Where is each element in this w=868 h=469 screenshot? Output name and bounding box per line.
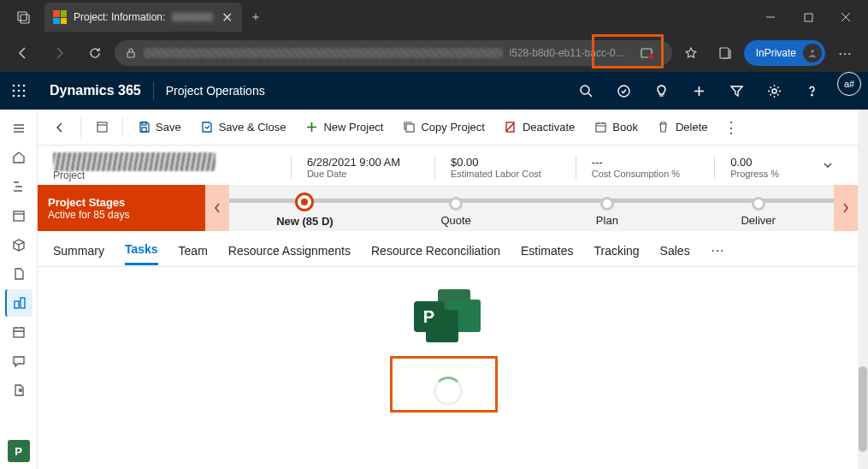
svg-point-18 xyxy=(23,95,26,98)
stat-progress: 0.00 Progress % xyxy=(714,156,794,179)
save-close-button[interactable]: Save & Close xyxy=(192,112,295,143)
tab-tracking[interactable]: Tracking xyxy=(593,237,639,264)
dynamics-actions: a# xyxy=(567,72,868,110)
brand-label[interactable]: Dynamics 365 xyxy=(38,83,153,98)
svg-rect-1 xyxy=(21,15,29,23)
bpf-stages: Project Stages Active for 85 days New (8… xyxy=(38,185,858,231)
lightbulb-button[interactable] xyxy=(642,72,680,110)
svg-point-19 xyxy=(581,86,589,94)
add-button[interactable] xyxy=(680,72,717,110)
tab-actions-icon[interactable] xyxy=(14,7,34,27)
address-bar[interactable]: l528-b8d0-eb11-bacc-0... xyxy=(115,40,672,66)
nav-back-button[interactable] xyxy=(7,38,39,68)
settings-button[interactable] xyxy=(755,72,793,110)
tasks-body-loading: P xyxy=(38,267,858,469)
tab-close-icon[interactable]: ✕ xyxy=(220,9,233,26)
tab-redacted xyxy=(172,13,213,21)
record-subtitle: Project xyxy=(53,169,272,181)
inprivate-avatar-icon xyxy=(803,44,822,62)
rail-menu-icon[interactable] xyxy=(5,115,32,142)
book-button[interactable]: Book xyxy=(585,112,647,143)
copy-project-button[interactable]: Copy Project xyxy=(393,112,493,143)
dynamics-top-bar: Dynamics 365 Project Operations a# xyxy=(0,72,868,110)
area-label[interactable]: Project Operations xyxy=(154,84,277,98)
maximize-button[interactable] xyxy=(789,0,827,34)
nav-refresh-button[interactable] xyxy=(79,38,111,68)
tab-resource-reconciliation[interactable]: Resource Reconciliation xyxy=(371,237,500,264)
tab-estimates[interactable]: Estimates xyxy=(521,237,573,264)
svg-rect-24 xyxy=(15,301,19,308)
browser-tab[interactable]: Project: Information: ✕ xyxy=(44,3,242,32)
scrollbar-thumb[interactable] xyxy=(859,366,867,452)
browser-titlebar: Project: Information: ✕ ＋ xyxy=(0,0,868,34)
tabs-overflow-button[interactable]: ⋯ xyxy=(711,242,724,258)
new-project-button[interactable]: New Project xyxy=(296,112,392,143)
task-button[interactable] xyxy=(605,72,642,110)
rail-export-icon[interactable] xyxy=(5,377,32,404)
deactivate-button[interactable]: Deactivate xyxy=(495,112,583,143)
window-controls xyxy=(752,0,865,34)
browser-chrome: Project: Information: ✕ ＋ l528-b8d0-eb11… xyxy=(0,0,868,72)
svg-point-14 xyxy=(18,90,21,92)
header-expand-button[interactable] xyxy=(813,159,842,175)
left-nav-rail: P xyxy=(0,110,38,469)
filter-button[interactable] xyxy=(717,72,755,110)
rail-document-icon[interactable] xyxy=(5,260,32,288)
delete-button[interactable]: Delete xyxy=(648,112,717,143)
rail-home-icon[interactable] xyxy=(5,144,32,171)
svg-rect-29 xyxy=(142,128,146,132)
minimize-button[interactable] xyxy=(752,0,789,34)
tab-summary[interactable]: Summary xyxy=(53,237,104,264)
rail-comment-icon[interactable] xyxy=(5,347,32,375)
user-avatar[interactable]: a# xyxy=(837,72,861,96)
form-view-button[interactable] xyxy=(86,112,117,143)
svg-point-10 xyxy=(13,85,15,87)
svg-point-22 xyxy=(811,94,812,95)
rail-selected-icon[interactable] xyxy=(5,289,32,317)
stage-plan[interactable]: Plan xyxy=(532,190,683,227)
bpf-label[interactable]: Project Stages Active for 85 days xyxy=(38,185,205,231)
new-tab-button[interactable]: ＋ xyxy=(242,9,269,25)
content-area: P Save Save & Close New Project Copy Pro… xyxy=(0,110,868,469)
stat-due-date: 6/28/2021 9:00 AM Due Date xyxy=(291,156,416,179)
cookies-blocked-icon[interactable] xyxy=(631,40,662,66)
svg-point-12 xyxy=(23,85,26,87)
scrollbar[interactable] xyxy=(858,110,868,469)
tab-sales[interactable]: Sales xyxy=(660,237,690,264)
stage-quote[interactable]: Quote xyxy=(381,190,532,227)
tab-tasks[interactable]: Tasks xyxy=(125,235,158,265)
main-panel: Save Save & Close New Project Copy Proje… xyxy=(38,110,858,469)
rail-schedule-icon[interactable] xyxy=(5,318,32,346)
rail-gantt-icon[interactable] xyxy=(5,173,32,200)
app-launcher-button[interactable] xyxy=(0,72,38,110)
record-title-redacted xyxy=(53,152,216,171)
close-window-button[interactable] xyxy=(827,0,865,34)
favorites-icon[interactable] xyxy=(676,46,706,60)
help-button[interactable] xyxy=(793,72,830,110)
search-button[interactable] xyxy=(567,72,605,110)
svg-rect-26 xyxy=(14,328,24,337)
save-button[interactable]: Save xyxy=(128,112,190,143)
bpf-prev-button[interactable] xyxy=(205,185,229,231)
project-app-logo: P xyxy=(414,289,482,342)
command-overflow-button[interactable]: ⋮ xyxy=(718,118,744,137)
collections-icon[interactable] xyxy=(710,46,741,60)
nav-forward-button xyxy=(43,38,75,68)
tab-resource-assignments[interactable]: Resource Assignments xyxy=(228,237,351,264)
rail-project-app-icon[interactable]: P xyxy=(8,440,30,462)
stat-labor-cost: $0.00 Estimated Labor Cost xyxy=(434,156,557,179)
bpf-next-button[interactable] xyxy=(834,185,858,231)
inprivate-badge[interactable]: InPrivate xyxy=(744,40,825,66)
rail-calendar-icon[interactable] xyxy=(5,202,32,229)
svg-point-9 xyxy=(811,50,814,53)
browser-menu-button[interactable]: ⋯ xyxy=(829,38,861,68)
stage-deliver[interactable]: Deliver xyxy=(682,190,834,227)
tab-team[interactable]: Team xyxy=(179,237,208,264)
svg-rect-23 xyxy=(14,211,24,221)
rail-package-icon[interactable] xyxy=(5,231,32,258)
svg-rect-3 xyxy=(805,14,812,21)
url-redacted xyxy=(144,48,503,58)
stage-new[interactable]: New (85 D) xyxy=(229,188,381,228)
inprivate-label: InPrivate xyxy=(756,47,796,59)
form-back-button[interactable] xyxy=(44,112,75,143)
